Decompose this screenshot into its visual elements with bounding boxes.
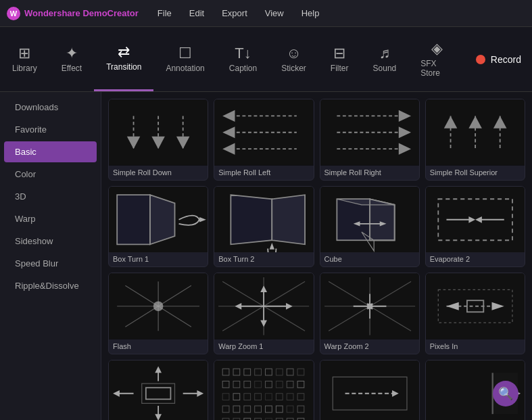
svg-marker-34 bbox=[231, 195, 272, 244]
transition-label-pixels_in: Pixels In bbox=[426, 340, 525, 354]
sidebar-item-basic[interactable]: Basic bbox=[4, 141, 97, 162]
transition-item-warp_zoom_2[interactable]: Warp Zoom 2 bbox=[320, 273, 420, 354]
svg-rect-21 bbox=[426, 99, 525, 166]
sidebar-item-color[interactable]: Color bbox=[4, 164, 97, 185]
transition-label-box_turn_2: Box Turn 2 bbox=[214, 252, 313, 266]
transition-item-simple_roll_superior[interactable]: Simple Roll Superior bbox=[425, 99, 525, 181]
logo-icon: W bbox=[7, 7, 20, 20]
toolbar-label-effect: Effect bbox=[62, 64, 82, 73]
transition-label-cube: Cube bbox=[320, 252, 419, 266]
transition-thumb-erase_slide bbox=[320, 360, 419, 421]
transition-thumb-pixels_out bbox=[109, 360, 208, 421]
menu-item-edit[interactable]: Edit bbox=[187, 7, 207, 20]
menu-item-help[interactable]: Help bbox=[299, 7, 322, 20]
toolbar-item-effect[interactable]: ✦Effect bbox=[49, 27, 94, 91]
transition-item-simple_roll_down[interactable]: Simple Roll Down bbox=[108, 99, 208, 181]
sidebar-item-ripple_dissolve[interactable]: Ripple&Dissolve bbox=[4, 275, 97, 296]
sidebar-item-downloads[interactable]: Downloads bbox=[4, 97, 97, 118]
toolbar-label-caption: Caption bbox=[229, 64, 257, 73]
sidebar-item-speed_blur[interactable]: Speed Blur bbox=[4, 253, 97, 274]
caption-icon: T↓ bbox=[235, 46, 251, 61]
transitions-grid-area[interactable]: Simple Roll Down Simple Roll Left Simple… bbox=[101, 92, 532, 420]
svg-point-61 bbox=[153, 301, 164, 311]
transition-thumb-simple_roll_left bbox=[214, 99, 313, 166]
toolbar-label-transition: Transition bbox=[106, 62, 141, 72]
sidebar-item-sideshow[interactable]: Sideshow bbox=[4, 231, 97, 252]
sfx_store-icon: ◈ bbox=[431, 41, 443, 56]
menu-item-file[interactable]: File bbox=[155, 7, 174, 20]
transition-thumb-pixels_in bbox=[426, 273, 525, 340]
sound-icon: ♬ bbox=[379, 46, 391, 61]
main-content: DownloadsFavoriteBasicColor3DWarpSidesho… bbox=[0, 92, 532, 420]
sticker-icon: ☺ bbox=[286, 46, 301, 61]
toolbar-item-sound[interactable]: ♬Sound bbox=[361, 27, 409, 91]
menu-item-view[interactable]: View bbox=[262, 7, 287, 20]
record-button[interactable]: Record bbox=[465, 27, 532, 91]
transition-label-simple_roll_down: Simple Roll Down bbox=[109, 166, 208, 180]
transition-label-flash: Flash bbox=[109, 340, 208, 354]
transition-thumb-evaporate_2 bbox=[426, 187, 525, 253]
annotation-icon: ☐ bbox=[178, 46, 192, 61]
svg-rect-0 bbox=[109, 99, 208, 166]
transition-label-simple_roll_superior: Simple Roll Superior bbox=[426, 166, 525, 180]
sidebar-item-3d[interactable]: 3D bbox=[4, 186, 97, 207]
transition-label-simple_roll_left: Simple Roll Left bbox=[214, 166, 313, 180]
transition-thumb-box_turn_2 bbox=[214, 187, 313, 253]
sidebar-item-warp[interactable]: Warp bbox=[4, 208, 97, 229]
svg-rect-154 bbox=[320, 360, 419, 421]
transition-label-evaporate_2: Evaporate 2 bbox=[426, 252, 525, 266]
transition-label-box_turn_1: Box Turn 1 bbox=[109, 252, 208, 266]
toolbar-label-annotation: Annotation bbox=[166, 64, 204, 73]
transition-thumb-cube bbox=[320, 187, 419, 253]
effect-icon: ✦ bbox=[66, 46, 78, 61]
toolbar-item-caption[interactable]: T↓Caption bbox=[217, 27, 269, 91]
toolbar-item-transition[interactable]: ⇄Transition bbox=[94, 27, 153, 91]
toolbar-item-sticker[interactable]: ☺Sticker bbox=[269, 27, 318, 91]
toolbar-label-filter: Filter bbox=[331, 64, 349, 73]
transition-item-flash[interactable]: Flash bbox=[108, 273, 208, 354]
sidebar-item-favorite[interactable]: Favorite bbox=[4, 119, 97, 140]
app-logo: W Wondershare DemoCreator bbox=[7, 7, 139, 20]
transition-thumb-simple_roll_superior bbox=[426, 99, 525, 166]
svg-marker-29 bbox=[117, 195, 150, 244]
transition-item-evaporate_2[interactable]: Evaporate 2 bbox=[425, 186, 525, 268]
toolbar-label-sfx_store: SFX Store bbox=[420, 59, 453, 78]
toolbar-item-sfx_store[interactable]: ◈SFX Store bbox=[408, 27, 465, 91]
transition-item-simple_roll_left[interactable]: Simple Roll Left bbox=[214, 99, 314, 181]
transition-thumb-box_turn_1 bbox=[109, 187, 208, 253]
transition-item-box_turn_1[interactable]: Box Turn 1 bbox=[108, 186, 208, 268]
toolbar-item-filter[interactable]: ⊟Filter bbox=[318, 27, 361, 91]
transition-item-simple_roll_right[interactable]: Simple Roll Right bbox=[320, 99, 420, 181]
transition-thumb-warp_zoom_2 bbox=[320, 273, 419, 340]
svg-marker-30 bbox=[150, 195, 175, 244]
svg-marker-35 bbox=[272, 195, 306, 244]
transition-label-warp_zoom_2: Warp Zoom 2 bbox=[320, 340, 419, 354]
transition-thumb-flash bbox=[109, 273, 208, 340]
transition-item-warp_zoom_1[interactable]: Warp Zoom 1 bbox=[214, 273, 314, 354]
transitions-grid: Simple Roll Down Simple Roll Left Simple… bbox=[108, 99, 525, 420]
sidebar: DownloadsFavoriteBasicColor3DWarpSidesho… bbox=[0, 92, 101, 420]
transition-item-dissolve[interactable]: Dissolve bbox=[214, 360, 314, 421]
library-icon: ⊞ bbox=[18, 46, 30, 61]
transition-item-box_turn_2[interactable]: Box Turn 2 bbox=[214, 186, 314, 268]
top-bar: W Wondershare DemoCreator FileEditExport… bbox=[0, 0, 532, 27]
menu-bar: FileEditExportViewHelp bbox=[155, 7, 322, 20]
record-label: Record bbox=[491, 54, 521, 65]
toolbar-label-library: Library bbox=[12, 64, 37, 73]
transition-thumb-simple_roll_down bbox=[109, 99, 208, 166]
search-button[interactable]: 🔍 bbox=[493, 381, 518, 406]
menu-item-export[interactable]: Export bbox=[219, 7, 250, 20]
toolbar-item-library[interactable]: ⊞Library bbox=[0, 27, 49, 91]
transition-thumb-warp_zoom_1 bbox=[214, 273, 313, 340]
transition-thumb-dissolve bbox=[214, 360, 313, 421]
toolbar: ⊞Library✦Effect⇄Transition☐AnnotationT↓C… bbox=[0, 27, 532, 92]
transition-label-warp_zoom_1: Warp Zoom 1 bbox=[214, 340, 313, 354]
toolbar-item-annotation[interactable]: ☐Annotation bbox=[153, 27, 216, 91]
toolbar-label-sticker: Sticker bbox=[281, 64, 306, 73]
transition-label-simple_roll_right: Simple Roll Right bbox=[320, 166, 419, 180]
transition-item-cube[interactable]: Cube bbox=[320, 186, 420, 268]
filter-icon: ⊟ bbox=[333, 46, 345, 61]
transition-item-pixels_out[interactable]: Pixels Out bbox=[108, 360, 208, 421]
transition-item-pixels_in[interactable]: Pixels In bbox=[425, 273, 525, 354]
transition-item-erase_slide[interactable]: Erase Slide bbox=[320, 360, 420, 421]
